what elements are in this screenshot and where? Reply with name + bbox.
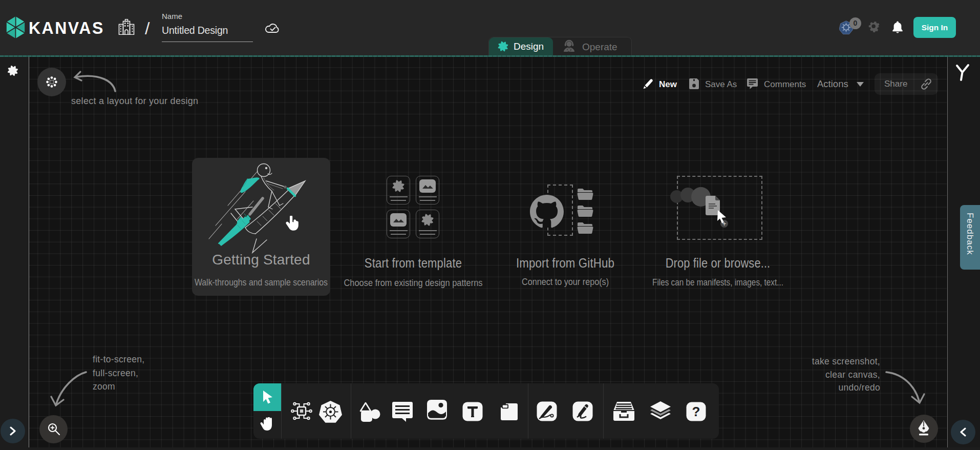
svg-text:?: ?	[692, 404, 700, 419]
